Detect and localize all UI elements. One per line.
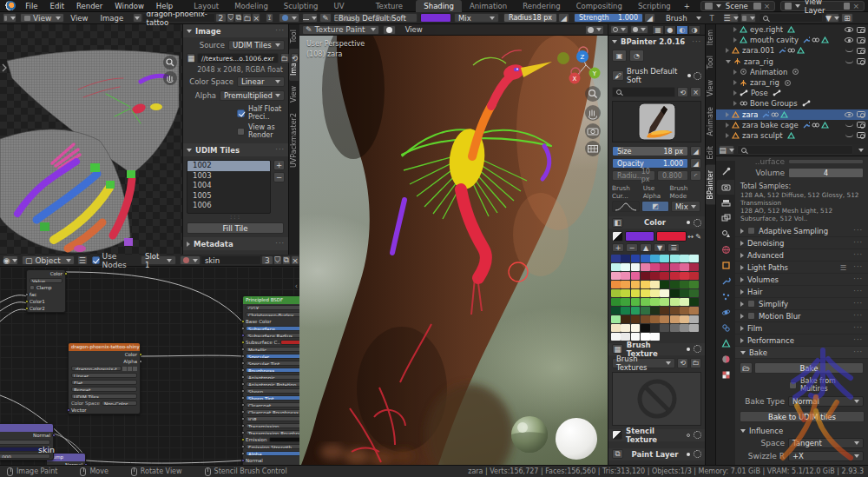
primary-color-swatch[interactable] [625, 231, 654, 242]
outliner-row-zara-sculpt[interactable]: zara sculpt [716, 130, 868, 141]
palette-color-swatch[interactable] [660, 315, 669, 323]
menu-window[interactable]: Window [108, 2, 150, 10]
palette-color-swatch[interactable] [660, 255, 669, 262]
palette-color-swatch[interactable] [611, 272, 621, 280]
brush-textures-dropdown[interactable]: Brush Textures [612, 358, 675, 368]
mode-dropdown[interactable]: ✎Texture Paint [302, 25, 379, 35]
palette-color-swatch[interactable] [621, 324, 630, 332]
pin-dot-icon[interactable] [687, 453, 690, 456]
palette-color-swatch[interactable] [680, 289, 689, 297]
influence-panel-header[interactable]: Influence [735, 425, 868, 437]
visibility-eye-closed-icon[interactable] [845, 123, 853, 127]
curve-pressure-icon[interactable]: ◜ [690, 170, 701, 181]
sidebar-tab-tool[interactable]: Tool [289, 24, 299, 49]
palette-color-swatch[interactable] [641, 281, 650, 288]
radius-pressure-icon[interactable]: ◢ [558, 13, 569, 23]
outliner-row-bone-groups[interactable]: Bone Groups [716, 98, 868, 109]
palette-color-swatch[interactable] [689, 272, 699, 280]
new-material-icon[interactable]: ⧉ [282, 255, 291, 265]
properties-tab-object[interactable] [717, 258, 734, 273]
strength-slider[interactable]: Strength1.000 [574, 13, 643, 23]
space-dropdown[interactable]: Tangent [788, 438, 864, 448]
outliner-row-eye-right[interactable]: eye.right [716, 24, 868, 35]
filter-funnel-icon[interactable]: ▼ [825, 13, 839, 23]
bake-type-dropdown[interactable]: Normal [788, 396, 864, 407]
palette-color-swatch[interactable] [611, 324, 621, 332]
remove-tile-button[interactable]: − [273, 172, 285, 182]
palette-color-swatch[interactable] [641, 333, 650, 341]
editor-type-node-icon[interactable]: ◉ [3, 255, 18, 265]
filepath-field[interactable]: //textures...o.1006.exr [197, 53, 279, 63]
brush-search-input[interactable] [612, 87, 675, 97]
blender-logo-icon[interactable] [5, 1, 16, 10]
material-users-count[interactable]: 3 [261, 255, 273, 265]
palette-color-swatch[interactable] [689, 281, 699, 288]
outliner-row-pose[interactable]: Pose [716, 88, 868, 98]
sidebar-tab-uvpackmaster2[interactable]: UVPackmaster2 [289, 108, 299, 173]
palette-color-swatch[interactable] [670, 324, 680, 332]
palette-color-swatch[interactable] [650, 333, 660, 341]
principled-input-clearcoat-roughness[interactable]: Clearcoat Roughness [243, 408, 299, 415]
shading-rendered-button[interactable]: ◑ [688, 25, 700, 35]
outliner-row-zara[interactable]: zara [716, 109, 868, 120]
close-icon[interactable]: × [762, 2, 773, 10]
render-camera-icon[interactable] [857, 58, 865, 64]
brush-texture-header[interactable]: ▦ Brush Texture [608, 343, 705, 355]
bpainter-header[interactable]: BPainter 2.0.16··· [608, 36, 705, 48]
falloff-dropdown[interactable] [302, 13, 318, 23]
strength-pressure-icon[interactable]: ◢ [644, 13, 655, 23]
palette-color-swatch[interactable] [621, 333, 630, 341]
palette-add-button[interactable]: + [612, 243, 624, 252]
workspace-tab-modeling[interactable]: Modeling [227, 0, 276, 12]
brush-curve-widget[interactable] [612, 201, 640, 212]
render-camera-icon[interactable] [857, 48, 865, 54]
principled-input-clearcoat[interactable]: Clearcoat [243, 401, 299, 408]
palette-color-swatch[interactable] [611, 289, 621, 297]
gear-icon[interactable] [694, 345, 701, 353]
view-layer-name[interactable]: View Layer [800, 0, 843, 15]
material-name-field[interactable]: skin [201, 255, 261, 265]
palette-color-swatch[interactable] [670, 315, 680, 323]
principled-input-base-color[interactable]: Base Color [243, 318, 299, 325]
principled-input-subsurface[interactable]: Subsurface [243, 325, 299, 332]
render-camera-icon[interactable] [857, 122, 865, 128]
properties-tab-world[interactable] [717, 242, 734, 257]
alpha-dropdown[interactable]: Premultiplied [220, 90, 285, 101]
opacity-pressure-icon[interactable]: ◢ [690, 158, 701, 169]
gizmos-dropdown[interactable] [610, 25, 628, 34]
principled-input-roughness[interactable]: Roughness [243, 367, 299, 374]
refresh-icon[interactable]: ⟲ [677, 358, 688, 368]
gear-icon[interactable] [694, 431, 701, 439]
properties-tab-physics[interactable] [717, 305, 734, 320]
side-tab-edit[interactable]: Edit [706, 141, 715, 165]
properties-search-input[interactable] [737, 145, 853, 155]
principled-input-alpha[interactable]: Alpha [243, 450, 299, 457]
bake-to-udim-button[interactable]: Bake to UDIM tiles [740, 411, 865, 422]
palette-color-swatch[interactable] [660, 333, 669, 341]
pin-dot-icon[interactable] [687, 348, 690, 351]
palette-color-swatch[interactable] [680, 272, 689, 280]
stencil-texture-header[interactable]: Stencil Texture [608, 429, 705, 441]
swap-colors-icon[interactable]: ↔ [688, 233, 694, 241]
brush-color-swatch[interactable] [420, 13, 451, 23]
palette-color-swatch[interactable] [621, 263, 630, 271]
properties-tab-texture[interactable] [717, 368, 734, 382]
gradient-toggle-icon[interactable] [612, 231, 623, 242]
palette-color-swatch[interactable] [611, 307, 621, 315]
overlays-dropdown[interactable] [585, 25, 604, 35]
principled-input-transmission[interactable]: Transmission [243, 422, 299, 429]
bake-render-icon[interactable]: 🗁 [740, 362, 753, 374]
shading-material-button[interactable]: ◐ [676, 25, 688, 35]
color-section-header[interactable]: ◧ Color [608, 216, 705, 229]
palette-color-swatch[interactable] [660, 272, 669, 280]
editor-type-properties-icon[interactable]: ▤ [719, 145, 734, 155]
palette-color-swatch[interactable] [631, 324, 641, 332]
node-editor-canvas[interactable]: Color Value Clamp fac Color1 Color2 drag… [0, 267, 299, 465]
section-checkbox[interactable] [747, 300, 755, 308]
shading-wireframe-button[interactable]: ▦ [652, 25, 664, 35]
palette-color-swatch[interactable] [650, 272, 660, 280]
palette-remove-button[interactable]: − [626, 243, 638, 252]
pin-dot-icon[interactable] [687, 221, 690, 224]
udim-tile-row[interactable]: 1004 [187, 181, 270, 191]
udim-tile-row[interactable]: 1006 [187, 201, 270, 211]
